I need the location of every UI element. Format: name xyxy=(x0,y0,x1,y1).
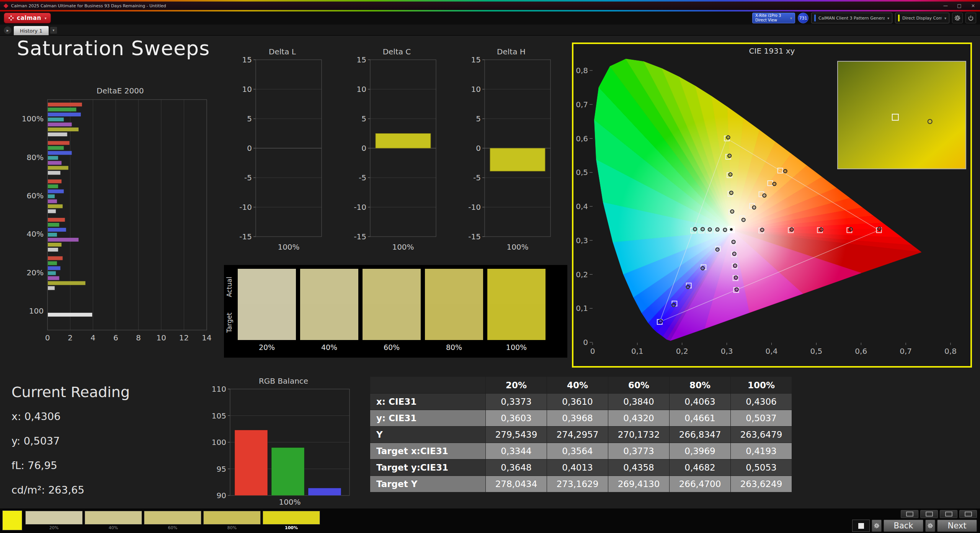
table-corner-cell xyxy=(370,377,486,394)
pattern-swatch-button[interactable]: 80% xyxy=(203,511,261,531)
table-row-label: Target y:CIE31 xyxy=(370,459,486,476)
svg-text:4: 4 xyxy=(90,333,95,342)
delta-c-title: Delta C xyxy=(352,47,442,57)
table-row-label: Target Y xyxy=(370,476,486,492)
monitor-icon xyxy=(906,512,913,517)
delta-h-chart: Delta H 151050-5-10-15100% xyxy=(466,47,556,254)
source-indicator xyxy=(814,15,816,21)
swatch-column: 40% xyxy=(300,269,358,352)
delta-h-plot: 151050-5-10-15100% xyxy=(466,57,556,254)
target-swatch xyxy=(487,304,546,340)
back-options-button[interactable] xyxy=(872,520,882,532)
svg-text:0: 0 xyxy=(476,144,481,153)
svg-text:-15: -15 xyxy=(354,232,366,241)
power-button[interactable] xyxy=(965,13,976,23)
pattern-swatch-button[interactable]: 60% xyxy=(144,511,201,531)
svg-text:0,6: 0,6 xyxy=(855,347,867,356)
current-pattern-swatch xyxy=(2,510,22,530)
results-table: 20%40%60%80%100%x: CIE310,33730,36100,38… xyxy=(370,377,792,492)
table-value-cell: 273,1629 xyxy=(547,476,608,492)
table-value-cell: 263,6479 xyxy=(731,427,792,443)
display-mini-button-4[interactable] xyxy=(959,510,977,518)
table-row: Target y:CIE310,36480,40130,43580,46820,… xyxy=(370,459,792,476)
maximize-button[interactable]: □ xyxy=(952,3,966,8)
swatch-columns: 20%40%60%80%100% xyxy=(238,269,546,352)
svg-text:10: 10 xyxy=(242,85,252,94)
table-value-cell: 0,3564 xyxy=(547,443,608,459)
swatch-column-label: 60% xyxy=(363,343,421,352)
table-value-cell: 266,8347 xyxy=(670,427,731,443)
table-value-cell: 0,4013 xyxy=(547,459,608,476)
svg-text:5: 5 xyxy=(476,114,481,123)
bottom-bar: 20%40%60%80%100% Back Next xyxy=(0,508,980,533)
svg-text:100: 100 xyxy=(29,306,44,316)
tab-list-button[interactable]: ▾ xyxy=(50,27,57,34)
actual-swatch xyxy=(363,269,421,304)
pattern-swatch-button[interactable]: 20% xyxy=(25,511,83,531)
table-value-cell: 0,3373 xyxy=(486,394,547,410)
meter-dropdown[interactable]: X-Rite i1Pro 3 Direct View ▾ xyxy=(752,13,795,23)
window-controls: — □ × xyxy=(939,3,980,8)
svg-text:5: 5 xyxy=(247,114,252,123)
meter-status-badge[interactable]: 731 xyxy=(798,13,808,23)
svg-text:110: 110 xyxy=(212,386,226,394)
table-value-cell: 0,3968 xyxy=(547,410,608,427)
svg-text:0,1: 0,1 xyxy=(631,347,644,356)
next-button[interactable]: Next xyxy=(937,520,977,532)
display-mini-button-3[interactable] xyxy=(940,510,957,518)
pattern-generator-dropdown[interactable]: CalMAN Client 3 Pattern Generator ▾ xyxy=(811,13,892,23)
gear-icon xyxy=(927,523,933,529)
svg-text:10: 10 xyxy=(156,333,166,342)
pattern-swatch-button[interactable]: 100% xyxy=(263,511,320,531)
window-title: Calman 2025 Calman Ultimate for Business… xyxy=(11,3,166,8)
tab-nav-button[interactable]: ▸ xyxy=(4,26,11,34)
target-swatch xyxy=(300,304,358,340)
page-title: Saturation Sweeps xyxy=(17,37,210,60)
table-value-cell: 274,2957 xyxy=(547,427,608,443)
back-button[interactable]: Back xyxy=(884,520,923,532)
svg-text:15: 15 xyxy=(242,57,252,64)
minimize-button[interactable]: — xyxy=(939,3,952,8)
pattern-swatch-label: 40% xyxy=(85,525,142,531)
pattern-swatch-button[interactable]: 40% xyxy=(85,511,142,531)
svg-text:0,2: 0,2 xyxy=(576,270,588,279)
chevron-down-icon: ▾ xyxy=(790,16,792,20)
settings-gear-button[interactable] xyxy=(952,13,963,23)
svg-text:105: 105 xyxy=(212,411,226,420)
table-value-cell: 0,3648 xyxy=(486,459,547,476)
display-indicator xyxy=(898,15,900,21)
pattern-window-icon xyxy=(858,523,864,529)
table-value-cell: 0,3840 xyxy=(608,394,670,410)
table-value-cell: 0,4306 xyxy=(731,394,792,410)
svg-text:0,8: 0,8 xyxy=(944,347,957,356)
meter-name: X-Rite i1Pro 3 xyxy=(755,13,781,18)
svg-text:2: 2 xyxy=(68,333,73,342)
deltae2000-plot: 02468101214100%80%60%40%20%100 xyxy=(22,96,218,357)
tab-history-1[interactable]: History 1 xyxy=(14,26,49,35)
table-row-label: y: CIE31 xyxy=(370,410,486,427)
target-swatch xyxy=(425,304,483,340)
swatch-column-label: 80% xyxy=(425,343,483,352)
next-options-button[interactable] xyxy=(925,520,935,532)
svg-text:0,5: 0,5 xyxy=(576,168,588,177)
svg-text:14: 14 xyxy=(202,333,211,342)
swatch-column-label: 100% xyxy=(487,343,546,352)
delta-l-plot: 151050-5-10-15100% xyxy=(237,57,327,254)
calman-menu-button[interactable]: calman ▾ xyxy=(4,13,51,23)
pattern-swatch-color xyxy=(203,511,261,525)
svg-text:0,4: 0,4 xyxy=(766,347,778,356)
delta-l-title: Delta L xyxy=(237,47,327,57)
svg-text:100%: 100% xyxy=(506,242,528,252)
pattern-swatch-label: 60% xyxy=(144,525,201,531)
titlebar: Calman 2025 Calman Ultimate for Business… xyxy=(0,2,980,10)
pattern-swatch-color xyxy=(25,511,83,525)
display-mini-button-1[interactable] xyxy=(901,510,918,518)
display-mini-button-2[interactable] xyxy=(920,510,938,518)
pattern-window-button[interactable] xyxy=(852,520,870,532)
svg-text:0,3: 0,3 xyxy=(576,236,588,245)
pattern-swatch-color xyxy=(85,511,142,525)
table-header-cell: 20% xyxy=(486,377,547,394)
swatch-column: 60% xyxy=(363,269,421,352)
display-control-dropdown[interactable]: Direct Display Control ▾ xyxy=(895,13,949,23)
close-button[interactable]: × xyxy=(966,3,980,8)
